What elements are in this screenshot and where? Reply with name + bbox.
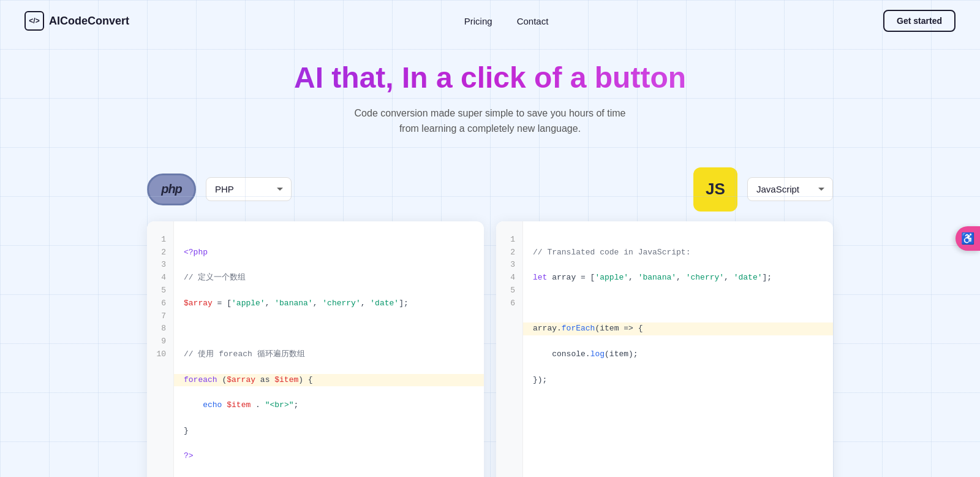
output-code-panel: 1 2 3 4 5 6 // Translated code in JavaSc… <box>496 221 833 477</box>
accessibility-icon: ♿ <box>961 232 974 245</box>
output-line-4: array.forEach(item => { <box>523 322 833 335</box>
out-line-num-4: 4 <box>503 272 515 284</box>
output-line-numbers: 1 2 3 4 5 6 <box>496 221 523 477</box>
line-num-8: 8 <box>154 322 166 335</box>
output-panel-wrapper: 1 2 3 4 5 6 // Translated code in JavaSc… <box>496 221 833 477</box>
source-line-4 <box>184 322 474 335</box>
output-line-3 <box>533 297 823 310</box>
line-num-4: 4 <box>154 272 166 284</box>
nav-contact[interactable]: Contact <box>517 16 549 26</box>
line-num-5: 5 <box>154 284 166 297</box>
line-num-3: 3 <box>154 259 166 272</box>
source-line-3: $array = ['apple', 'banana', 'cherry', '… <box>184 297 474 310</box>
source-line-5: // 使用 foreach 循环遍历数组 <box>184 348 474 361</box>
source-line-1: <?php <box>184 246 474 259</box>
source-line-8: } <box>184 425 474 438</box>
source-line-6: foreach ($array as $item) { <box>174 374 484 387</box>
js-logo: JS <box>693 167 737 212</box>
logo-icon: </> <box>24 11 44 31</box>
logo: </> AICodeConvert <box>24 11 129 31</box>
output-line-2: let array = ['apple', 'banana', 'cherry'… <box>533 272 823 284</box>
source-code-editor[interactable]: <?php // 定义一个数组 $array = ['apple', 'bana… <box>174 221 484 477</box>
source-line-9: ?> <box>184 450 474 463</box>
get-started-button[interactable]: Get started <box>883 10 956 32</box>
navbar: </> AICodeConvert Pricing Contact Get st… <box>0 0 980 42</box>
language-selectors: php PHP Python JavaScript Java C# Ruby G… <box>135 167 845 212</box>
output-line-6: }); <box>533 374 823 387</box>
target-lang-selector: JS JavaScript PHP Python Java C# Ruby Go <box>693 167 833 212</box>
out-line-num-3: 3 <box>503 259 515 272</box>
target-language-select[interactable]: JavaScript PHP Python Java C# Ruby Go <box>747 177 833 201</box>
source-line-numbers: 1 2 3 4 5 6 7 8 9 10 <box>147 221 174 477</box>
source-lang-selector: php PHP Python JavaScript Java C# Ruby G… <box>147 174 292 205</box>
out-line-num-2: 2 <box>503 246 515 259</box>
line-num-10: 10 <box>154 348 166 361</box>
line-num-2: 2 <box>154 246 166 259</box>
nav-links: Pricing Contact <box>464 16 549 26</box>
logo-text: AICodeConvert <box>49 15 129 28</box>
out-line-num-5: 5 <box>503 284 515 297</box>
output-line-1: // Translated code in JavaScript: <box>533 246 823 259</box>
output-code-content: // Translated code in JavaScript: let ar… <box>523 221 833 477</box>
hero-section: AI that, In a click of a button Code con… <box>0 42 980 167</box>
accessibility-button[interactable]: ♿ <box>956 226 980 251</box>
out-line-num-6: 6 <box>503 297 515 310</box>
output-line-5: console.log(item); <box>533 348 823 361</box>
line-num-7: 7 <box>154 310 166 323</box>
line-num-6: 6 <box>154 297 166 310</box>
code-panels: 1 2 3 4 5 6 7 8 9 10 <?php // 定义一个数组 $ar… <box>135 221 845 477</box>
php-logo: php <box>147 174 196 205</box>
line-num-1: 1 <box>154 234 166 246</box>
line-num-9: 9 <box>154 335 166 348</box>
hero-title: AI that, In a click of a button <box>12 60 968 96</box>
hero-subtitle: Code conversion made super simple to sav… <box>349 105 631 137</box>
source-language-select[interactable]: PHP Python JavaScript Java C# Ruby Go <box>206 177 292 201</box>
out-line-num-1: 1 <box>503 234 515 246</box>
nav-pricing[interactable]: Pricing <box>464 16 492 26</box>
source-code-panel: 1 2 3 4 5 6 7 8 9 10 <?php // 定义一个数组 $ar… <box>147 221 484 477</box>
source-line-7: echo $item . "<br>"; <box>184 399 474 412</box>
source-line-2: // 定义一个数组 <box>184 272 474 284</box>
